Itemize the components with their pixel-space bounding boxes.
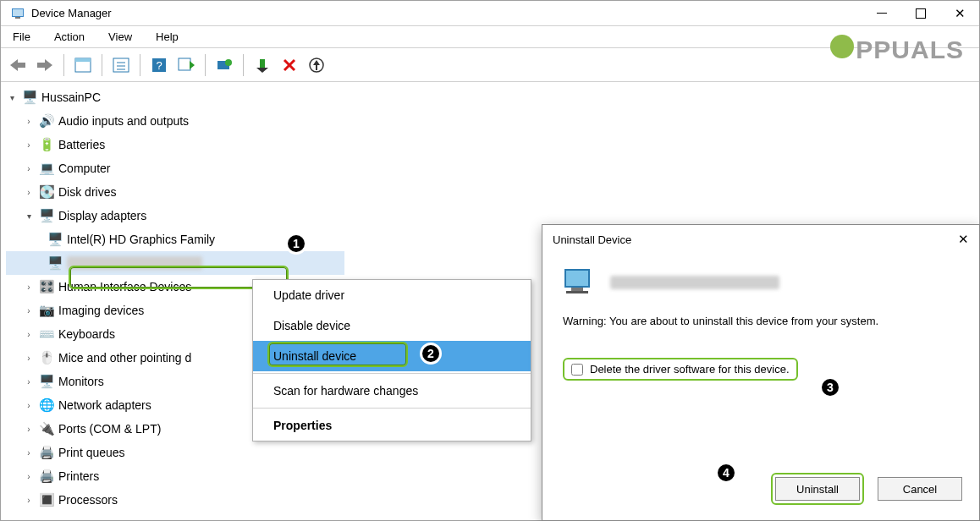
menu-disable-device[interactable]: Disable device (253, 310, 531, 341)
svg-rect-6 (75, 58, 91, 62)
tree-batteries[interactable]: ›🔋Batteries (6, 133, 344, 156)
menu-separator (253, 373, 531, 374)
svg-marker-14 (190, 61, 195, 69)
menu-help[interactable]: Help (144, 30, 190, 43)
printer-icon: 🖨️ (38, 469, 55, 484)
redacted-device-name (610, 276, 779, 289)
close-icon (955, 6, 966, 21)
logo-icon (830, 35, 854, 58)
scan-button[interactable] (174, 53, 198, 77)
device-manager-icon (11, 7, 25, 20)
svg-rect-1 (13, 9, 23, 16)
camera-icon: 📷 (38, 303, 55, 318)
svg-rect-7 (113, 58, 129, 72)
dialog-title: Uninstall Device (553, 233, 631, 246)
annotation-badge-3: 3 (819, 376, 841, 398)
uninstall-button-highlight: Uninstall (771, 473, 864, 505)
menu-scan-hardware[interactable]: Scan for hardware changes (253, 376, 531, 406)
tree-processors[interactable]: ›🔳Processors (6, 488, 344, 512)
maximize-button[interactable] (901, 1, 940, 26)
network-icon: 🌐 (38, 398, 55, 413)
tree-selected-adapter[interactable]: 🖥️ (6, 251, 344, 275)
tree-printers[interactable]: ›🖨️Printers (6, 464, 344, 488)
svg-rect-24 (566, 271, 588, 286)
tree-root[interactable]: ▾🖥️HussainPC (6, 85, 344, 109)
tree-root-label: HussainPC (41, 90, 101, 104)
uninstall-device-dialog: Uninstall Device Warning: You are about … (542, 224, 980, 521)
annotation-badge-2: 2 (420, 343, 442, 365)
svg-rect-13 (179, 58, 190, 70)
display-adapter-icon: 🖥️ (47, 255, 63, 271)
svg-marker-4 (37, 59, 52, 71)
watermark: PPUALS (830, 35, 964, 64)
window-title: Device Manager (31, 7, 112, 19)
help-button[interactable]: ? (147, 53, 171, 77)
uninstall-button[interactable]: Uninstall (775, 477, 860, 501)
svg-rect-25 (571, 288, 583, 291)
enable-button[interactable] (251, 53, 274, 77)
show-hidden-button[interactable] (71, 53, 95, 77)
annotation-badge-4: 4 (715, 462, 737, 484)
menu-update-driver[interactable]: Update driver (253, 280, 531, 310)
display-adapter-icon: 🖥️ (47, 232, 63, 247)
svg-text:?: ? (156, 59, 162, 72)
printer-icon: 🖨️ (38, 445, 55, 460)
mouse-icon: 🖱️ (38, 350, 55, 365)
annotation-badge-1: 1 (285, 233, 307, 255)
minimize-button[interactable] (862, 1, 901, 26)
menu-separator (253, 408, 531, 409)
port-icon: 🔌 (38, 421, 55, 436)
back-button[interactable] (6, 53, 30, 77)
uninstall-toolbar-button[interactable] (278, 53, 301, 77)
delete-driver-checkbox[interactable] (571, 364, 583, 376)
menu-view[interactable]: View (96, 30, 144, 43)
monitor-icon: 🖥️ (38, 374, 55, 389)
dialog-close-button[interactable] (958, 232, 969, 247)
menu-file[interactable]: File (1, 30, 42, 43)
menu-uninstall-device[interactable]: Uninstall device (253, 341, 531, 371)
display-adapter-icon (563, 267, 597, 298)
tree-printq[interactable]: ›🖨️Print queues (6, 441, 344, 464)
speaker-icon: 🔊 (38, 113, 55, 129)
update-driver-button[interactable] (212, 53, 236, 77)
disk-icon: 💽 (38, 184, 55, 200)
computer-icon: 🖥️ (21, 90, 38, 105)
cpu-icon: 🔳 (38, 492, 55, 507)
svg-marker-18 (256, 68, 268, 73)
delete-driver-label: Delete the driver software for this devi… (590, 363, 790, 376)
menu-properties[interactable]: Properties (253, 410, 531, 441)
context-menu: Update driver Disable device Uninstall d… (252, 279, 531, 441)
battery-icon: 🔋 (38, 137, 55, 152)
svg-rect-26 (566, 291, 588, 293)
tree-computer[interactable]: ›💻Computer (6, 156, 344, 180)
dialog-title-bar: Uninstall Device (542, 225, 979, 254)
dialog-device-row (563, 267, 959, 298)
forward-button[interactable] (33, 53, 57, 77)
cancel-button[interactable]: Cancel (878, 477, 962, 501)
svg-rect-2 (15, 17, 20, 19)
title-bar: Device Manager (1, 1, 979, 26)
tree-disk[interactable]: ›💽Disk drives (6, 180, 344, 204)
scan-hardware-button[interactable] (305, 53, 328, 77)
monitor-icon: 💻 (38, 161, 55, 176)
hid-icon: 🎛️ (38, 279, 55, 294)
svg-marker-3 (10, 59, 25, 71)
properties-button[interactable] (109, 53, 133, 77)
dialog-warning-text: Warning: You are about to uninstall this… (563, 315, 959, 327)
delete-driver-checkbox-row[interactable]: Delete the driver software for this devi… (563, 358, 798, 381)
display-adapter-icon: 🖥️ (38, 208, 55, 223)
tree-audio[interactable]: ›🔊Audio inputs and outputs (6, 109, 344, 133)
menu-action[interactable]: Action (42, 30, 96, 43)
svg-rect-17 (260, 59, 265, 68)
tree-display[interactable]: ▾🖥️Display adapters (6, 204, 344, 228)
close-button[interactable] (940, 1, 979, 26)
svg-marker-22 (313, 60, 320, 70)
keyboard-icon: ⌨️ (38, 326, 55, 342)
redacted-text (67, 256, 202, 270)
svg-point-16 (225, 59, 232, 66)
